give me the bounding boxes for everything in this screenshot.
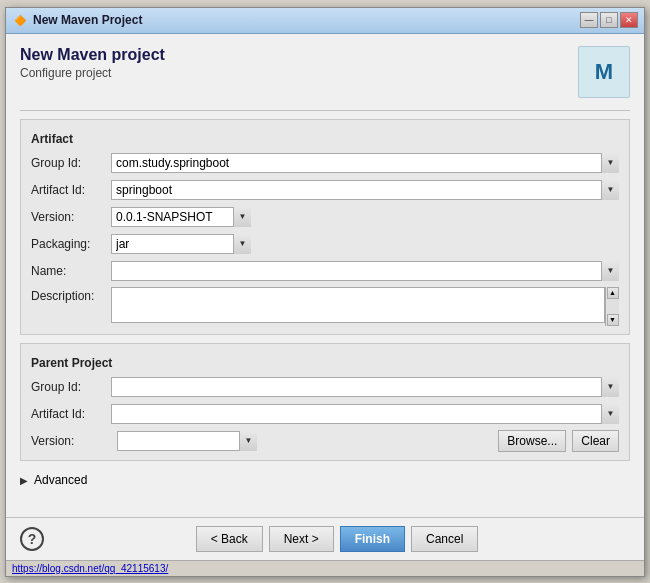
browse-button[interactable]: Browse... — [498, 430, 566, 452]
version-wrapper: ▼ — [111, 207, 251, 227]
maximize-button[interactable]: □ — [600, 12, 618, 28]
parent-artifact-id-label: Artifact Id: — [31, 407, 111, 421]
maven-logo: M — [578, 46, 630, 98]
group-id-input[interactable] — [111, 153, 619, 173]
artifact-section: Artifact Group Id: ▼ Artifact Id: ▼ Ver — [20, 119, 630, 335]
version-row: Version: ▼ — [31, 206, 619, 228]
parent-group-id-label: Group Id: — [31, 380, 111, 394]
version-label: Version: — [31, 210, 111, 224]
title-icon: 🔶 — [12, 12, 28, 28]
name-wrapper: ▼ — [111, 261, 619, 281]
main-content: New Maven project Configure project M Ar… — [6, 34, 644, 517]
scroll-up-btn[interactable]: ▲ — [607, 287, 619, 299]
parent-version-label: Version: — [31, 434, 111, 448]
help-button[interactable]: ? — [20, 527, 44, 551]
artifact-id-input[interactable] — [111, 180, 619, 200]
parent-artifact-id-input[interactable] — [111, 404, 619, 424]
title-bar: 🔶 New Maven Project — □ ✕ — [6, 8, 644, 34]
parent-artifact-id-row: Artifact Id: ▼ — [31, 403, 619, 425]
next-button[interactable]: Next > — [269, 526, 334, 552]
description-scrollbar: ▲ ▼ — [605, 287, 619, 326]
artifact-id-label: Artifact Id: — [31, 183, 111, 197]
advanced-arrow-icon: ▶ — [20, 475, 30, 485]
back-button[interactable]: < Back — [196, 526, 263, 552]
group-id-row: Group Id: ▼ — [31, 152, 619, 174]
status-link[interactable]: https://blog.csdn.net/qq_42115613/ — [12, 563, 168, 574]
scroll-down-btn[interactable]: ▼ — [607, 314, 619, 326]
footer: ? < Back Next > Finish Cancel — [6, 517, 644, 560]
advanced-row[interactable]: ▶ Advanced — [20, 469, 630, 491]
parent-group-id-wrapper: ▼ — [111, 377, 619, 397]
advanced-label: Advanced — [34, 473, 87, 487]
header-text: New Maven project Configure project — [20, 46, 578, 80]
parent-version-row: Version: ▼ Browse... Clear — [31, 430, 619, 452]
parent-group-id-row: Group Id: ▼ — [31, 376, 619, 398]
parent-artifact-id-wrapper: ▼ — [111, 404, 619, 424]
footer-buttons: < Back Next > Finish Cancel — [44, 526, 630, 552]
status-bar: https://blog.csdn.net/qq_42115613/ — [6, 560, 644, 576]
artifact-section-label: Artifact — [31, 132, 619, 146]
name-input[interactable] — [111, 261, 619, 281]
packaging-wrapper: ▼ — [111, 234, 251, 254]
packaging-row: Packaging: ▼ — [31, 233, 619, 255]
close-button[interactable]: ✕ — [620, 12, 638, 28]
page-subtitle: Configure project — [20, 66, 578, 80]
parent-section: Parent Project Group Id: ▼ Artifact Id: … — [20, 343, 630, 461]
artifact-id-wrapper: ▼ — [111, 180, 619, 200]
header-section: New Maven project Configure project M — [20, 46, 630, 98]
window-title: New Maven Project — [33, 13, 580, 27]
header-separator — [20, 110, 630, 111]
clear-button[interactable]: Clear — [572, 430, 619, 452]
title-bar-buttons: — □ ✕ — [580, 12, 638, 28]
parent-version-wrapper: ▼ — [117, 431, 257, 451]
page-title: New Maven project — [20, 46, 578, 64]
description-row: Description: ▲ ▼ — [31, 287, 619, 326]
artifact-id-row: Artifact Id: ▼ — [31, 179, 619, 201]
parent-section-label: Parent Project — [31, 356, 619, 370]
parent-group-id-input[interactable] — [111, 377, 619, 397]
packaging-input[interactable] — [111, 234, 251, 254]
description-label: Description: — [31, 287, 111, 303]
group-id-wrapper: ▼ — [111, 153, 619, 173]
version-input[interactable] — [111, 207, 251, 227]
minimize-button[interactable]: — — [580, 12, 598, 28]
packaging-label: Packaging: — [31, 237, 111, 251]
name-row: Name: ▼ — [31, 260, 619, 282]
name-label: Name: — [31, 264, 111, 278]
finish-button[interactable]: Finish — [340, 526, 405, 552]
description-wrapper: ▲ ▼ — [111, 287, 619, 326]
group-id-label: Group Id: — [31, 156, 111, 170]
cancel-button[interactable]: Cancel — [411, 526, 478, 552]
description-input[interactable] — [111, 287, 605, 323]
parent-version-input[interactable] — [117, 431, 257, 451]
